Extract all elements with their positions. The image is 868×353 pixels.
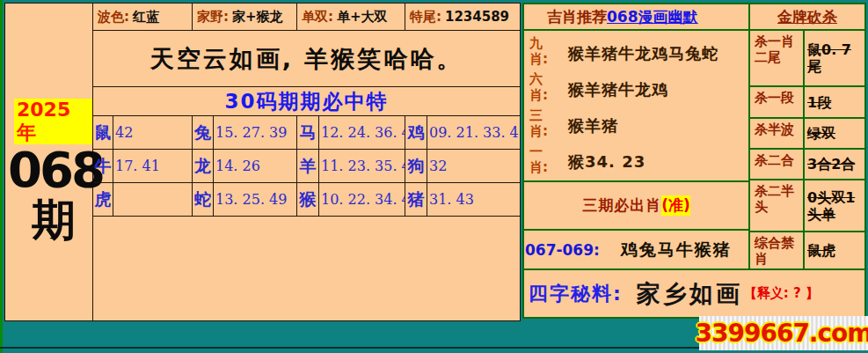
struck-text: 绿双 bbox=[807, 125, 835, 142]
home-wild-cell: 家野: 家+猴龙 bbox=[193, 4, 297, 30]
zodiac-animal: 猴 bbox=[297, 183, 319, 217]
site-watermark-strip: 3399667.com bbox=[699, 316, 868, 350]
label-line: 肖: bbox=[529, 159, 558, 175]
home-wild-label: 家野: bbox=[197, 9, 229, 26]
struck-text: 1段 bbox=[807, 94, 831, 111]
comic-recommend-cell: 吉肖推荐 068漫画幽默 bbox=[524, 4, 750, 29]
zodiac-numbers: 14. 26 bbox=[214, 150, 297, 183]
xiao-recommendation-column: 九 肖: 猴羊猪牛龙鸡马兔蛇 六 肖: 猴羊猪牛龙鸡 bbox=[524, 31, 750, 268]
zodiac-numbers-table: 鼠 42 兔 15. 27. 39 马 12. 24. 36. 48 鸡 09.… bbox=[93, 116, 520, 217]
zodiac-animal: 龙 bbox=[193, 150, 214, 183]
struck-text: 0头双1头单 bbox=[807, 189, 864, 223]
six-xiao-label: 六 肖: bbox=[524, 71, 558, 107]
zodiac-animal: 狗 bbox=[405, 150, 427, 183]
kill-value-struck: 绿双 bbox=[805, 119, 864, 148]
nine-xiao-label: 九 肖: bbox=[524, 35, 558, 71]
special-tail-label: 特尾: bbox=[410, 9, 441, 26]
secret-phrase: 家乡如画 bbox=[637, 278, 742, 310]
gold-kill-column: 杀一肖二尾 鼠0. 7尾 杀一段 1段 杀半波 绿双 杀二合 3合2合 杀二半头 bbox=[750, 31, 864, 268]
kill-row: 杀二合 3合2合 bbox=[750, 150, 864, 180]
secret-label: 四字秘料: bbox=[529, 281, 623, 307]
main-forecast-panel: 2025年 068 期 波色: 红蓝 家野: 家+猴龙 单双: 单+大双 特 bbox=[4, 3, 521, 321]
zodiac-numbers: 09. 21. 33. 45 bbox=[427, 116, 520, 150]
special-tail-value: 1234589 bbox=[445, 9, 509, 25]
label-line: 肖: bbox=[529, 87, 558, 103]
zodiac-animal: 猪 bbox=[405, 183, 427, 217]
zodiac-numbers: 10. 22. 34. 46 bbox=[319, 183, 405, 217]
zodiac-animal: 鼠 bbox=[93, 116, 113, 150]
period-range-label: 067-069: bbox=[524, 241, 600, 259]
special-tail-cell: 特尾: 1234589 bbox=[405, 4, 520, 30]
gold-kill-cell: 金牌砍杀 bbox=[750, 4, 864, 29]
label-line: 肖: bbox=[529, 123, 558, 139]
recommendation-body: 九 肖: 猴羊猪牛龙鸡马兔蛇 六 肖: 猴羊猪牛龙鸡 bbox=[524, 31, 864, 270]
zodiac-animal: 蛇 bbox=[193, 183, 214, 217]
accuracy-badge: (准) bbox=[661, 195, 690, 216]
six-xiao-value: 猴羊猪牛龙鸡 bbox=[558, 71, 748, 107]
year-highlight-label: 2025年 bbox=[14, 99, 92, 144]
odd-even-cell: 单双: 单+大双 bbox=[297, 4, 405, 30]
odd-even-value: 单+大双 bbox=[337, 9, 388, 26]
kill-label: 杀二合 bbox=[750, 150, 805, 179]
one-xiao-row: 一 肖: 猴34. 23 bbox=[524, 143, 748, 180]
recommendation-header-row: 吉肖推荐 068漫画幽默 金牌砍杀 bbox=[524, 4, 864, 31]
zodiac-numbers: 15. 27. 39 bbox=[214, 116, 297, 150]
label-line: 六 bbox=[529, 71, 558, 87]
zodiac-numbers: 13. 25. 49 bbox=[214, 183, 297, 217]
verse-slogan: 天空云如画, 羊猴笑哈哈。 bbox=[93, 31, 520, 87]
zodiac-animal: 马 bbox=[297, 116, 319, 150]
page-left-edge-border bbox=[0, 0, 3, 353]
odd-even-label: 单双: bbox=[302, 9, 333, 26]
secret-meaning-note: 【释义: ? 】 bbox=[744, 285, 819, 302]
home-wild-value: 家+猴龙 bbox=[232, 9, 283, 26]
kill-value-struck: 鼠虎 bbox=[805, 232, 864, 268]
period-range-row: 067-069: 鸡兔马牛猴猪 bbox=[524, 231, 748, 268]
label-line: 九 bbox=[529, 35, 558, 51]
zodiac-numbers: 32 bbox=[427, 150, 520, 183]
issue-column: 2025年 068 期 bbox=[5, 4, 93, 320]
label-line: 一 bbox=[529, 143, 558, 159]
zodiac-animal: 羊 bbox=[297, 150, 319, 183]
struck-text: 鼠0. 7尾 bbox=[807, 41, 864, 75]
zodiac-animal: 兔 bbox=[193, 116, 214, 150]
nine-xiao-value: 猴羊猪牛龙鸡马兔蛇 bbox=[558, 35, 748, 71]
kill-label: 杀半波 bbox=[750, 119, 805, 148]
nine-xiao-row: 九 肖: 猴羊猪牛龙鸡马兔蛇 bbox=[524, 35, 748, 71]
zodiac-animal: 虎 bbox=[93, 183, 113, 217]
zodiac-numbers: 11. 23. 35. 47 bbox=[319, 150, 405, 183]
struck-text: 3合2合 bbox=[807, 156, 855, 173]
kill-row: 杀半波 绿双 bbox=[750, 119, 864, 150]
zodiac-animal: 牛 bbox=[93, 150, 113, 183]
xiao-tiers-block: 九 肖: 猴羊猪牛龙鸡马兔蛇 六 肖: 猴羊猪牛龙鸡 bbox=[524, 31, 748, 182]
three-period-row: 三期必出肖 (准) bbox=[524, 182, 748, 231]
six-xiao-row: 六 肖: 猴羊猪牛龙鸡 bbox=[524, 71, 748, 107]
three-period-title: 三期必出肖 bbox=[582, 195, 661, 216]
three-xiao-label: 三 肖: bbox=[524, 107, 558, 143]
issue-number: 068 bbox=[8, 144, 92, 196]
forecast-content: 波色: 红蓝 家野: 家+猴龙 单双: 单+大双 特尾: 1234589 天空云… bbox=[93, 4, 520, 320]
three-xiao-value: 猴羊猪 bbox=[558, 107, 748, 143]
comic-humor-link[interactable]: 068漫画幽默 bbox=[607, 7, 698, 27]
zodiac-numbers: 17. 41 bbox=[113, 150, 193, 183]
kill-row: 杀一段 1段 bbox=[750, 87, 864, 119]
kill-label: 杀二半头 bbox=[750, 180, 805, 231]
kill-value-struck: 鼠0. 7尾 bbox=[805, 31, 864, 85]
zodiac-animal: 鸡 bbox=[405, 116, 427, 150]
kill-value-struck: 1段 bbox=[805, 87, 864, 117]
one-xiao-value: 猴34. 23 bbox=[558, 143, 748, 180]
zodiac-numbers: 12. 24. 36. 48 bbox=[319, 116, 405, 150]
recommend-prefix-label: 吉肖推荐 bbox=[547, 7, 607, 27]
kill-label: 杀一肖二尾 bbox=[750, 31, 805, 85]
thirty-codes-title: 30码期期必中特 bbox=[93, 87, 520, 116]
gold-kill-title-link[interactable]: 金牌砍杀 bbox=[777, 7, 837, 27]
three-xiao-row: 三 肖: 猴羊猪 bbox=[524, 107, 748, 143]
label-line: 肖: bbox=[529, 51, 558, 67]
attribute-header-row: 波色: 红蓝 家野: 家+猴龙 单双: 单+大双 特尾: 1234589 bbox=[93, 4, 520, 31]
issue-suffix-label: 期 bbox=[32, 196, 92, 245]
kill-label: 综合禁肖 bbox=[750, 232, 805, 268]
kill-row: 杀一肖二尾 鼠0. 7尾 bbox=[750, 31, 864, 87]
struck-text: 鼠虎 bbox=[807, 242, 835, 259]
kill-value-struck: 3合2合 bbox=[805, 150, 864, 179]
one-xiao-label: 一 肖: bbox=[524, 143, 558, 180]
wave-color-value: 红蓝 bbox=[133, 9, 159, 26]
